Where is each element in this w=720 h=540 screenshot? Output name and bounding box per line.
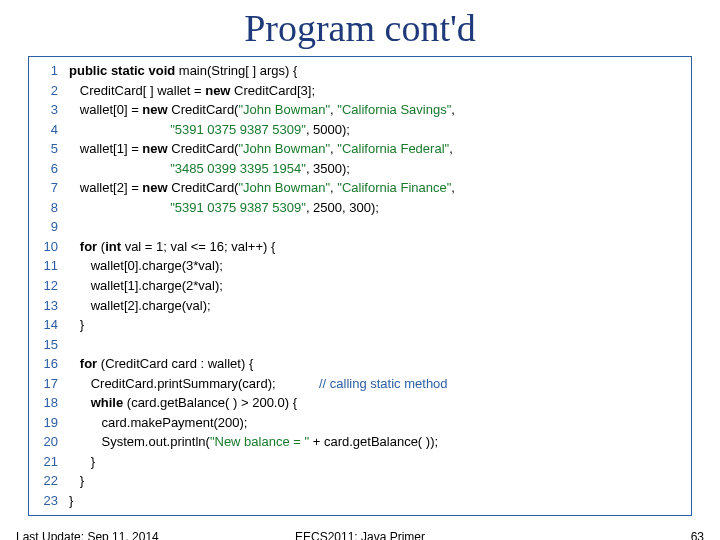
line-number: 12 bbox=[35, 276, 68, 296]
code-text: wallet[2].charge(val); bbox=[68, 296, 685, 316]
code-text: "5391 0375 9387 5309", 2500, 300); bbox=[68, 198, 685, 218]
code-line: 13 wallet[2].charge(val); bbox=[35, 296, 685, 316]
code-line: 3 wallet[0] = new CreditCard("John Bowma… bbox=[35, 100, 685, 120]
code-line: 21 } bbox=[35, 452, 685, 472]
line-number: 8 bbox=[35, 198, 68, 218]
code-text: wallet[1].charge(2*val); bbox=[68, 276, 685, 296]
line-number: 18 bbox=[35, 393, 68, 413]
line-number: 23 bbox=[35, 491, 68, 511]
code-text: wallet[1] = new CreditCard("John Bowman"… bbox=[68, 139, 685, 159]
line-number: 14 bbox=[35, 315, 68, 335]
line-number: 4 bbox=[35, 120, 68, 140]
code-text: public static void main(String[ ] args) … bbox=[68, 61, 685, 81]
code-line: 22 } bbox=[35, 471, 685, 491]
code-line: 20 System.out.println("New balance = " +… bbox=[35, 432, 685, 452]
code-line: 10 for (int val = 1; val <= 16; val++) { bbox=[35, 237, 685, 257]
line-number: 13 bbox=[35, 296, 68, 316]
line-number: 6 bbox=[35, 159, 68, 179]
line-number: 16 bbox=[35, 354, 68, 374]
code-line: 17 CreditCard.printSummary(card); // cal… bbox=[35, 374, 685, 394]
code-box: 1public static void main(String[ ] args)… bbox=[28, 56, 692, 516]
code-line: 9 bbox=[35, 217, 685, 237]
code-line: 5 wallet[1] = new CreditCard("John Bowma… bbox=[35, 139, 685, 159]
line-number: 17 bbox=[35, 374, 68, 394]
code-line: 7 wallet[2] = new CreditCard("John Bowma… bbox=[35, 178, 685, 198]
code-text: "3485 0399 3395 1954", 3500); bbox=[68, 159, 685, 179]
line-number: 7 bbox=[35, 178, 68, 198]
code-text: "5391 0375 9387 5309", 5000); bbox=[68, 120, 685, 140]
line-number: 9 bbox=[35, 217, 68, 237]
code-line: 19 card.makePayment(200); bbox=[35, 413, 685, 433]
code-line: 14 } bbox=[35, 315, 685, 335]
code-text: wallet[0] = new CreditCard("John Bowman"… bbox=[68, 100, 685, 120]
line-number: 19 bbox=[35, 413, 68, 433]
code-text: for (CreditCard card : wallet) { bbox=[68, 354, 685, 374]
code-text: } bbox=[68, 315, 685, 335]
code-text: CreditCard[ ] wallet = new CreditCard[3]… bbox=[68, 81, 685, 101]
code-listing: 1public static void main(String[ ] args)… bbox=[35, 61, 685, 511]
code-line: 11 wallet[0].charge(3*val); bbox=[35, 256, 685, 276]
code-text: wallet[0].charge(3*val); bbox=[68, 256, 685, 276]
line-number: 2 bbox=[35, 81, 68, 101]
line-number: 5 bbox=[35, 139, 68, 159]
code-line: 15 bbox=[35, 335, 685, 355]
code-line: 23} bbox=[35, 491, 685, 511]
code-line: 18 while (card.getBalance( ) > 200.0) { bbox=[35, 393, 685, 413]
code-text bbox=[68, 217, 685, 237]
code-text: CreditCard.printSummary(card); // callin… bbox=[68, 374, 685, 394]
code-line: 1public static void main(String[ ] args)… bbox=[35, 61, 685, 81]
code-line: 4 "5391 0375 9387 5309", 5000); bbox=[35, 120, 685, 140]
code-text: wallet[2] = new CreditCard("John Bowman"… bbox=[68, 178, 685, 198]
line-number: 11 bbox=[35, 256, 68, 276]
code-line: 12 wallet[1].charge(2*val); bbox=[35, 276, 685, 296]
line-number: 21 bbox=[35, 452, 68, 472]
code-text: } bbox=[68, 452, 685, 472]
code-text: } bbox=[68, 471, 685, 491]
footer-course: EECS2011: Java Primer bbox=[0, 530, 720, 540]
code-line: 8 "5391 0375 9387 5309", 2500, 300); bbox=[35, 198, 685, 218]
line-number: 1 bbox=[35, 61, 68, 81]
code-text: } bbox=[68, 491, 685, 511]
code-text: System.out.println("New balance = " + ca… bbox=[68, 432, 685, 452]
code-text: card.makePayment(200); bbox=[68, 413, 685, 433]
code-text bbox=[68, 335, 685, 355]
line-number: 20 bbox=[35, 432, 68, 452]
line-number: 15 bbox=[35, 335, 68, 355]
code-line: 2 CreditCard[ ] wallet = new CreditCard[… bbox=[35, 81, 685, 101]
code-line: 16 for (CreditCard card : wallet) { bbox=[35, 354, 685, 374]
line-number: 22 bbox=[35, 471, 68, 491]
footer-page-number: 63 bbox=[691, 530, 704, 540]
code-text: while (card.getBalance( ) > 200.0) { bbox=[68, 393, 685, 413]
code-line: 6 "3485 0399 3395 1954", 3500); bbox=[35, 159, 685, 179]
line-number: 10 bbox=[35, 237, 68, 257]
line-number: 3 bbox=[35, 100, 68, 120]
code-text: for (int val = 1; val <= 16; val++) { bbox=[68, 237, 685, 257]
slide-title: Program cont'd bbox=[0, 6, 720, 50]
